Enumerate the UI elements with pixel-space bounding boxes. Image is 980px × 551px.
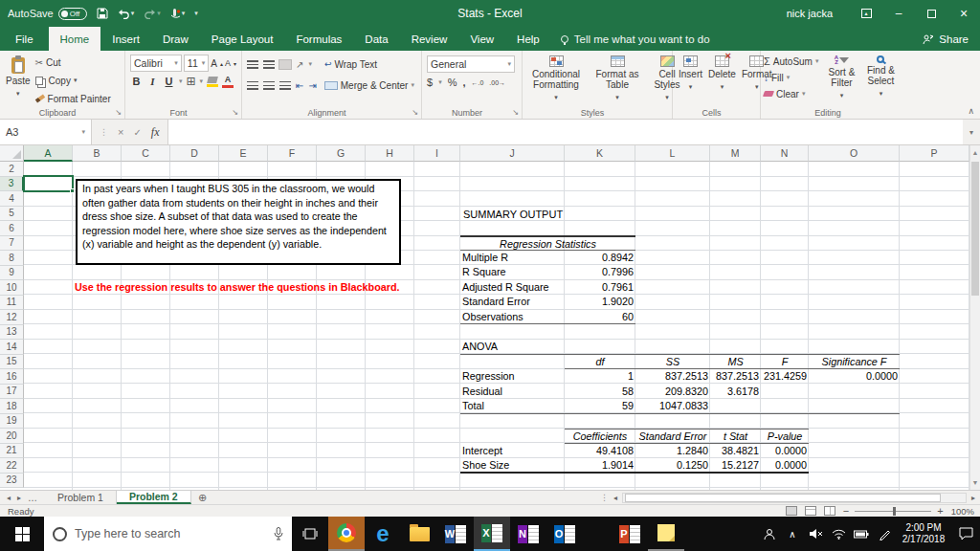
- row-header[interactable]: 19: [0, 414, 24, 430]
- align-left-button[interactable]: [247, 81, 258, 90]
- stat-cell[interactable]: 0.7961: [565, 280, 635, 296]
- percent-style-button[interactable]: %: [448, 77, 457, 88]
- redo-button[interactable]: ▾: [144, 9, 161, 19]
- sheet-tab-problem1[interactable]: Problem 1: [45, 491, 117, 504]
- comma-style-button[interactable]: ,: [462, 77, 465, 88]
- anova-cell[interactable]: 59: [565, 399, 635, 413]
- font-color-button[interactable]: A: [222, 75, 234, 88]
- clear-button[interactable]: Clear▾: [764, 86, 818, 101]
- anova-title[interactable]: ANOVA: [460, 340, 900, 355]
- coefficient-header-cell[interactable]: Standard Error: [635, 430, 710, 443]
- decrease-decimal-button[interactable]: .00→: [489, 79, 505, 86]
- coefficient-header-cell[interactable]: Coefficients: [565, 430, 635, 443]
- grow-font-button[interactable]: A▴: [211, 55, 223, 72]
- page-layout-view-button[interactable]: [805, 506, 816, 516]
- borders-button[interactable]: ⊞: [187, 76, 196, 87]
- dropdown-arrow-icon[interactable]: ▾: [438, 78, 442, 86]
- row-header[interactable]: 2: [0, 162, 24, 177]
- volume-button[interactable]: [804, 517, 827, 551]
- column-header[interactable]: H: [366, 145, 414, 162]
- column-header[interactable]: O: [809, 145, 900, 162]
- formula-input[interactable]: [168, 120, 964, 144]
- anova-header-cell[interactable]: MS: [710, 355, 761, 369]
- anova-cell[interactable]: [809, 385, 900, 400]
- row-header[interactable]: 21: [0, 444, 24, 459]
- fill-color-button[interactable]: [207, 77, 218, 87]
- row-header[interactable]: 13: [0, 325, 24, 341]
- anova-cell[interactable]: [809, 399, 900, 413]
- customize-qat-arrow-icon[interactable]: ▾: [194, 10, 198, 17]
- horizontal-scroll-track[interactable]: [622, 493, 967, 503]
- stat-cell[interactable]: Observations: [460, 310, 565, 324]
- row-header[interactable]: 4: [0, 191, 24, 207]
- tab-review[interactable]: Review: [400, 27, 459, 51]
- save-button[interactable]: [97, 8, 108, 19]
- column-header[interactable]: K: [565, 145, 635, 162]
- dropdown-arrow-icon[interactable]: ▾: [200, 77, 204, 85]
- column-header[interactable]: J: [460, 145, 565, 162]
- coefficient-header-cell[interactable]: t Stat: [710, 430, 761, 443]
- autosave-toggle[interactable]: AutoSave Off: [8, 8, 87, 20]
- share-button[interactable]: Share: [923, 27, 980, 51]
- dropdown-arrow-icon[interactable]: ▾: [179, 77, 183, 85]
- anova-cell[interactable]: Total: [460, 399, 565, 413]
- font-size-select[interactable]: 11▾: [184, 55, 209, 72]
- row-header[interactable]: 5: [0, 207, 24, 222]
- decrease-indent-button[interactable]: ⇤: [296, 80, 303, 91]
- tab-page-layout[interactable]: Page Layout: [200, 27, 285, 51]
- coefficient-cell[interactable]: 38.4821: [710, 444, 761, 459]
- show-hidden-icons-button[interactable]: ∧: [781, 517, 804, 551]
- dropdown-arrow-icon[interactable]: ▾: [411, 81, 414, 89]
- select-all-corner[interactable]: [0, 145, 24, 162]
- sort-filter-button[interactable]: AZ Sort & Filter ▾: [822, 54, 860, 102]
- coefficient-cell[interactable]: 1.9014: [565, 458, 635, 472]
- anova-cell[interactable]: 231.4259: [761, 369, 809, 385]
- column-header[interactable]: N: [761, 145, 809, 162]
- column-header[interactable]: I: [414, 145, 460, 162]
- zoom-out-button[interactable]: −: [843, 505, 849, 517]
- italic-button[interactable]: I: [146, 76, 159, 87]
- zoom-slider-handle[interactable]: [893, 507, 896, 516]
- stat-cell[interactable]: Adjusted R Square: [460, 280, 565, 296]
- column-header[interactable]: D: [170, 145, 219, 162]
- tab-data[interactable]: Data: [353, 27, 399, 51]
- row-header[interactable]: 22: [0, 458, 24, 474]
- anova-cell[interactable]: Regression: [460, 369, 565, 385]
- vertical-scroll-thumb[interactable]: [971, 162, 979, 296]
- bottom-align-button[interactable]: [279, 60, 291, 69]
- tell-me-box[interactable]: Tell me what you want to do: [551, 27, 720, 51]
- row-header[interactable]: 6: [0, 221, 24, 236]
- column-header[interactable]: F: [268, 145, 317, 162]
- sheet-tab-problem2[interactable]: Problem 2: [117, 491, 191, 504]
- selected-cell-A3[interactable]: [23, 175, 74, 192]
- taskbar-edge-button[interactable]: e: [365, 517, 401, 551]
- row-header[interactable]: 23: [0, 474, 24, 489]
- horizontal-scrollbar[interactable]: ⋮ ◂ ▸: [600, 491, 980, 504]
- row-header[interactable]: 8: [0, 251, 24, 266]
- anova-cell[interactable]: 3.6178: [710, 385, 761, 400]
- tab-home[interactable]: Home: [49, 27, 101, 51]
- drag-handle-icon[interactable]: ⋮: [100, 127, 108, 137]
- fill-handle[interactable]: [70, 188, 75, 193]
- mic-icon[interactable]: [274, 527, 283, 540]
- anova-header-cell[interactable]: F: [761, 355, 809, 369]
- expand-formula-bar-button[interactable]: ▾: [963, 120, 980, 144]
- sheet-grid[interactable]: ABCDEFGHIJKLMNOP 23456789101112131415161…: [0, 145, 969, 490]
- taskbar-chrome-button[interactable]: [328, 517, 365, 551]
- name-box[interactable]: A3 ▾: [0, 120, 92, 144]
- horizontal-scroll-thumb[interactable]: [625, 494, 941, 502]
- ribbon-display-options-button[interactable]: ▴: [850, 0, 882, 27]
- increase-decimal-button[interactable]: ←.0: [471, 79, 483, 86]
- taskbar-word-button[interactable]: W: [437, 517, 474, 551]
- stat-cell[interactable]: 60: [565, 310, 635, 324]
- dropdown-arrow-icon[interactable]: ▾: [131, 10, 135, 17]
- tab-formulas[interactable]: Formulas: [284, 27, 353, 51]
- dropdown-arrow-icon[interactable]: ▾: [16, 88, 20, 99]
- stat-cell[interactable]: Multiple R: [460, 251, 565, 266]
- sheet-nav-right-icon[interactable]: ▸: [17, 494, 21, 502]
- dropdown-arrow-icon[interactable]: ▾: [787, 74, 791, 81]
- accounting-format-button[interactable]: $: [427, 77, 433, 88]
- row-header[interactable]: 15: [0, 355, 24, 370]
- account-name[interactable]: nick jacka: [787, 8, 833, 19]
- dropdown-arrow-icon[interactable]: ▾: [308, 60, 312, 68]
